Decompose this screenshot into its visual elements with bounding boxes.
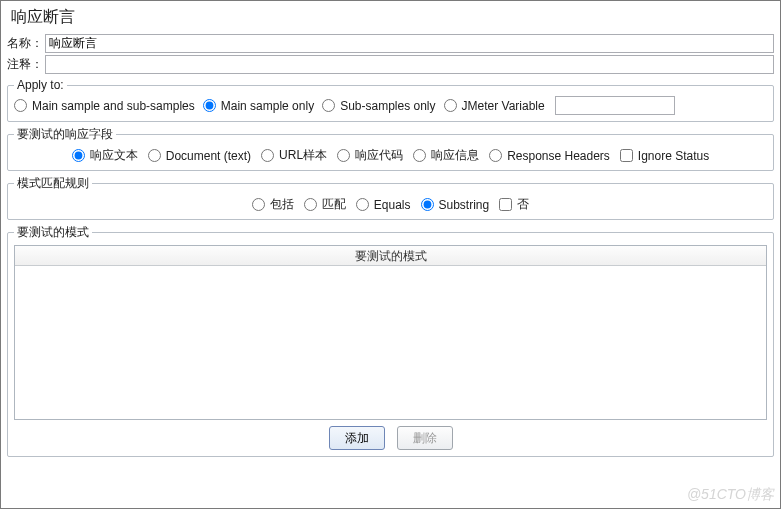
apply-to-legend: Apply to: [14,78,67,92]
comment-field-row: 注释： [7,55,774,74]
checkbox-ignore-status-input[interactable] [620,149,633,162]
name-field-row: 名称： [7,34,774,53]
response-field-group: 要测试的响应字段 响应文本 Document (text) URL样本 响应代码… [7,126,774,171]
radio-substring[interactable]: Substring [421,198,490,212]
radio-response-headers-input[interactable] [489,149,502,162]
page-title: 响应断言 [11,7,770,28]
radio-document-text-input[interactable] [148,149,161,162]
radio-equals-input[interactable] [356,198,369,211]
radio-sub-only[interactable]: Sub-samples only [322,99,435,113]
match-rule-group: 模式匹配规则 包括 匹配 Equals Substring 否 [7,175,774,220]
checkbox-ignore-status[interactable]: Ignore Status [620,149,709,163]
radio-response-message-label: 响应信息 [431,147,479,164]
radio-response-code[interactable]: 响应代码 [337,147,403,164]
checkbox-not-label: 否 [517,196,529,213]
radio-jmeter-variable[interactable]: JMeter Variable [444,99,545,113]
radio-document-text-label: Document (text) [166,149,251,163]
radio-contains[interactable]: 包括 [252,196,294,213]
radio-url-sample-input[interactable] [261,149,274,162]
radio-response-text[interactable]: 响应文本 [72,147,138,164]
radio-response-text-input[interactable] [72,149,85,162]
radio-contains-input[interactable] [252,198,265,211]
comment-label: 注释： [7,56,45,73]
radio-response-message[interactable]: 响应信息 [413,147,479,164]
radio-main-and-sub[interactable]: Main sample and sub-samples [14,99,195,113]
radio-equals[interactable]: Equals [356,198,411,212]
patterns-table-header[interactable]: 要测试的模式 [15,246,766,266]
patterns-legend: 要测试的模式 [14,224,92,241]
watermark: @51CTO博客 [687,486,774,504]
radio-url-sample[interactable]: URL样本 [261,147,327,164]
radio-matches[interactable]: 匹配 [304,196,346,213]
radio-jmeter-variable-input[interactable] [444,99,457,112]
delete-button[interactable]: 删除 [397,426,453,450]
radio-matches-input[interactable] [304,198,317,211]
checkbox-not[interactable]: 否 [499,196,529,213]
name-label: 名称： [7,35,45,52]
radio-response-headers[interactable]: Response Headers [489,149,610,163]
radio-sub-only-label: Sub-samples only [340,99,435,113]
radio-jmeter-variable-label: JMeter Variable [462,99,545,113]
radio-main-only-input[interactable] [203,99,216,112]
comment-input[interactable] [45,55,774,74]
response-field-options: 响应文本 Document (text) URL样本 响应代码 响应信息 Res… [14,147,767,164]
radio-response-headers-label: Response Headers [507,149,610,163]
radio-main-and-sub-label: Main sample and sub-samples [32,99,195,113]
radio-main-and-sub-input[interactable] [14,99,27,112]
radio-substring-input[interactable] [421,198,434,211]
match-rule-legend: 模式匹配规则 [14,175,92,192]
radio-response-message-input[interactable] [413,149,426,162]
patterns-button-row: 添加 删除 [14,426,767,450]
add-button[interactable]: 添加 [329,426,385,450]
match-rule-options: 包括 匹配 Equals Substring 否 [14,196,767,213]
radio-document-text[interactable]: Document (text) [148,149,251,163]
radio-response-text-label: 响应文本 [90,147,138,164]
radio-main-only[interactable]: Main sample only [203,99,314,113]
assertion-panel: 响应断言 名称： 注释： Apply to: Main sample and s… [0,0,781,509]
radio-main-only-label: Main sample only [221,99,314,113]
apply-to-group: Apply to: Main sample and sub-samples Ma… [7,78,774,122]
patterns-table-body[interactable] [15,266,766,419]
response-field-legend: 要测试的响应字段 [14,126,116,143]
radio-sub-only-input[interactable] [322,99,335,112]
radio-contains-label: 包括 [270,196,294,213]
radio-substring-label: Substring [439,198,490,212]
checkbox-not-input[interactable] [499,198,512,211]
jmeter-variable-input[interactable] [555,96,675,115]
radio-url-sample-label: URL样本 [279,147,327,164]
radio-response-code-label: 响应代码 [355,147,403,164]
patterns-group: 要测试的模式 要测试的模式 添加 删除 [7,224,774,457]
patterns-table[interactable]: 要测试的模式 [14,245,767,420]
radio-response-code-input[interactable] [337,149,350,162]
apply-to-options: Main sample and sub-samples Main sample … [14,96,767,115]
name-input[interactable] [45,34,774,53]
radio-equals-label: Equals [374,198,411,212]
checkbox-ignore-status-label: Ignore Status [638,149,709,163]
radio-matches-label: 匹配 [322,196,346,213]
